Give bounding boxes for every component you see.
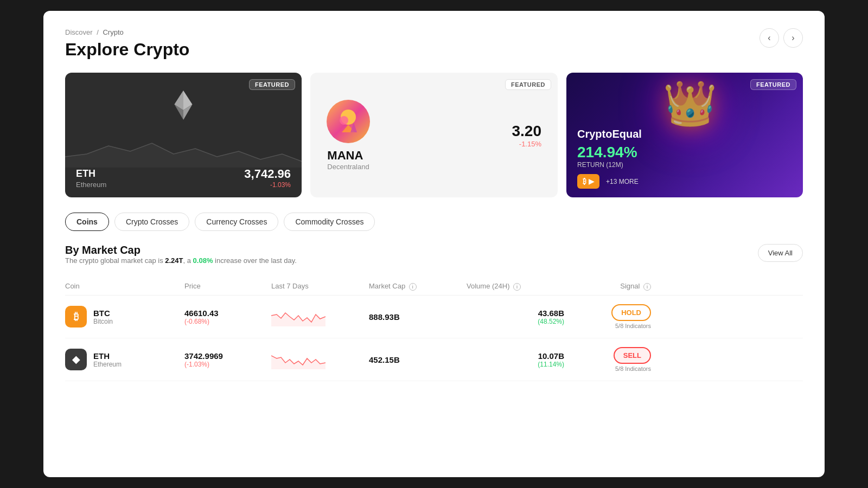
btc-signal-sub: 5/8 Indicators bbox=[615, 323, 651, 329]
featured-card-cryptoequal[interactable]: FEATURED 👑 CryptoEqual 214.94% RETURN (1… bbox=[566, 73, 803, 197]
market-cap-pct: 0.08% bbox=[193, 256, 213, 265]
eth-volume: 10.07B bbox=[467, 351, 564, 361]
nav-arrows: ‹ › bbox=[760, 28, 803, 48]
btc-marketcap: 888.93B bbox=[369, 312, 467, 322]
btc-ticker: BTC bbox=[93, 309, 113, 318]
eth-fullname: Ethereum bbox=[93, 361, 122, 368]
signal-info-icon: i bbox=[643, 283, 651, 291]
breadcrumb-parent[interactable]: Discover bbox=[65, 28, 93, 36]
svg-marker-9 bbox=[271, 313, 326, 326]
eth-chart-wave bbox=[65, 135, 302, 168]
main-container: Discover / Crypto Explore Crypto ‹ › FEA… bbox=[43, 11, 825, 477]
tabs-row: Coins Crypto Crosses Currency Crosses Co… bbox=[65, 213, 803, 231]
cryptoequal-title: CryptoEqual bbox=[577, 128, 792, 140]
cryptoequal-bottom: ₿ ▶ +13 MORE bbox=[577, 174, 792, 189]
mana-card-change: -1.15% bbox=[512, 140, 542, 148]
eth-card-change: -1.03% bbox=[244, 181, 291, 189]
featured-cards-row: FEATURED ETH Ethereum bbox=[65, 73, 803, 197]
svg-marker-3 bbox=[175, 91, 184, 110]
btc-coin-col: ₿ BTC Bitcoin bbox=[65, 306, 184, 328]
subtitle-middle: , a bbox=[183, 256, 193, 265]
eth-marketcap: 452.15B bbox=[369, 355, 467, 364]
subtitle-prefix: The crypto global market cap is bbox=[65, 256, 165, 265]
eth-price: 3742.9969 bbox=[184, 351, 271, 361]
col-header-price: Price bbox=[184, 282, 271, 291]
marketcap-info-icon: i bbox=[409, 283, 417, 291]
mana-card-name: Decentraland bbox=[327, 163, 369, 171]
btc-fullname: Bitcoin bbox=[93, 318, 113, 325]
eth-logo-icon bbox=[167, 89, 200, 124]
featured-card-eth[interactable]: FEATURED ETH Ethereum bbox=[65, 73, 302, 197]
btc-signal-badge[interactable]: HOLD bbox=[611, 304, 651, 321]
col-header-signal: Signal i bbox=[564, 282, 651, 291]
mana-card-price: 3.20 bbox=[512, 123, 542, 140]
volume-info-icon: i bbox=[513, 283, 521, 291]
featured-badge-cryptoequal: FEATURED bbox=[750, 79, 796, 90]
svg-marker-4 bbox=[65, 143, 302, 168]
col-header-volume: Volume (24H) i bbox=[467, 282, 564, 291]
eth-signal-col: SELL 5/8 Indicators bbox=[564, 347, 651, 372]
eth-chart-col bbox=[271, 348, 369, 371]
cryptoequal-return: 214.94% bbox=[577, 144, 792, 161]
mana-icon bbox=[327, 100, 370, 143]
eth-mini-chart bbox=[271, 348, 326, 369]
featured-badge-eth: FEATURED bbox=[249, 79, 295, 90]
svg-marker-10 bbox=[271, 356, 326, 369]
eth-card-ticker: ETH bbox=[76, 168, 106, 179]
prev-button[interactable]: ‹ bbox=[760, 28, 779, 48]
eth-price-col: 3742.9969 (-1.03%) bbox=[184, 351, 271, 368]
eth-card-price: 3,742.96 bbox=[244, 167, 291, 181]
table-header: Coin Price Last 7 Days Market Cap i Volu… bbox=[65, 278, 803, 296]
crown-icon: 👑 bbox=[663, 78, 717, 129]
section-title: By Market Cap bbox=[65, 244, 297, 256]
eth-card-name: Ethereum bbox=[76, 181, 106, 189]
table-row-eth[interactable]: ◆ ETH Ethereum 3742.9969 (-1.03%) 452.15… bbox=[65, 338, 803, 381]
next-button[interactable]: › bbox=[783, 28, 803, 48]
breadcrumb-current: Crypto bbox=[103, 28, 123, 36]
subtitle-suffix: increase over the last day. bbox=[213, 256, 296, 265]
section-header: By Market Cap The crypto global market c… bbox=[65, 244, 803, 273]
cryptoequal-label: RETURN (12M) bbox=[577, 161, 792, 169]
col-header-marketcap: Market Cap i bbox=[369, 282, 467, 291]
btc-volume: 43.68B bbox=[467, 309, 564, 318]
btc-price-change: (-0.68%) bbox=[184, 318, 271, 325]
tab-coins[interactable]: Coins bbox=[65, 213, 109, 231]
col-header-coin: Coin bbox=[65, 282, 184, 291]
btc-chart-col bbox=[271, 305, 369, 329]
tab-currency-crosses[interactable]: Currency Crosses bbox=[195, 213, 278, 231]
eth-coin-col: ◆ ETH Ethereum bbox=[65, 349, 184, 370]
eth-signal-badge[interactable]: SELL bbox=[614, 347, 651, 364]
col-header-last7days: Last 7 Days bbox=[271, 282, 369, 291]
eth-signal-sub: 5/8 Indicators bbox=[615, 365, 651, 372]
tab-crypto-crosses[interactable]: Crypto Crosses bbox=[114, 213, 189, 231]
eth-table-icon: ◆ bbox=[65, 349, 87, 370]
btc-mini-chart bbox=[271, 305, 326, 326]
featured-badge-mana: FEATURED bbox=[505, 79, 551, 90]
view-all-button[interactable]: View All bbox=[758, 244, 803, 262]
eth-price-change: (-1.03%) bbox=[184, 361, 271, 368]
btc-volume-pct: (48.52%) bbox=[467, 318, 564, 325]
btc-price: 46610.43 bbox=[184, 309, 271, 318]
btc-price-col: 46610.43 (-0.68%) bbox=[184, 309, 271, 325]
featured-card-mana[interactable]: FEATURED MANA Decentraland 3.20 bbox=[310, 73, 558, 197]
market-cap-value: 2.24T bbox=[165, 256, 183, 265]
btc-signal-col: HOLD 5/8 Indicators bbox=[564, 304, 651, 329]
market-cap-table: Coin Price Last 7 Days Market Cap i Volu… bbox=[65, 278, 803, 381]
btc-icon: ₿ bbox=[65, 306, 87, 328]
more-badge: +13 MORE bbox=[606, 178, 639, 185]
section-subtitle: The crypto global market cap is 2.24T, a… bbox=[65, 256, 297, 265]
eth-volume-col: 10.07B (11.14%) bbox=[467, 351, 564, 368]
eth-volume-pct: (11.14%) bbox=[467, 361, 564, 368]
table-row-btc[interactable]: ₿ BTC Bitcoin 46610.43 (-0.68%) 888.93B … bbox=[65, 296, 803, 338]
breadcrumb: Discover / Crypto bbox=[65, 28, 803, 36]
btc-badge: ₿ ▶ bbox=[577, 174, 599, 189]
eth-card-info: ETH Ethereum 3,742.96 -1.03% bbox=[76, 167, 291, 189]
page-title: Explore Crypto bbox=[65, 40, 803, 60]
eth-ticker: ETH bbox=[93, 351, 122, 361]
svg-point-6 bbox=[340, 116, 348, 125]
tab-commodity-crosses[interactable]: Commodity Crosses bbox=[284, 213, 375, 231]
btc-volume-col: 43.68B (48.52%) bbox=[467, 309, 564, 325]
mana-card-ticker: MANA bbox=[327, 149, 369, 163]
breadcrumb-separator: / bbox=[97, 28, 99, 36]
